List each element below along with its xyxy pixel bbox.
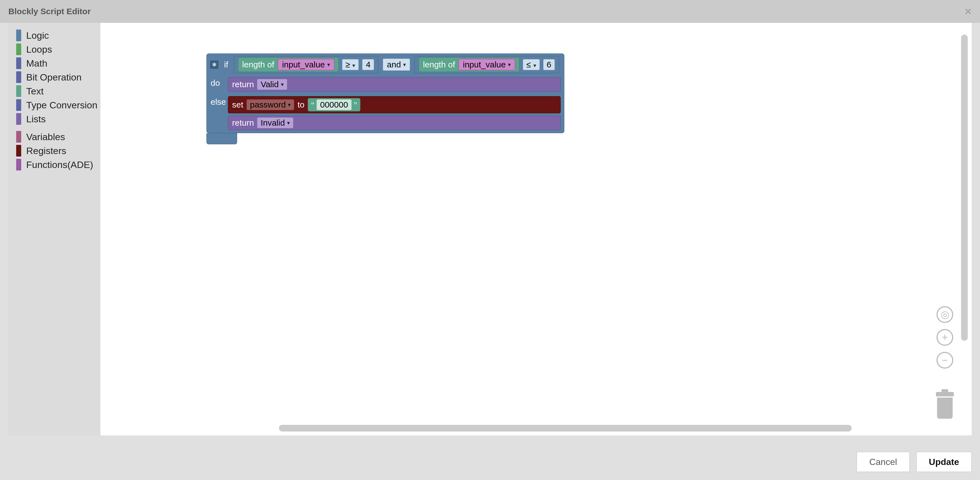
category-label: Lists	[26, 114, 46, 125]
toolbox-category[interactable]: Math	[8, 56, 100, 70]
category-color-icon	[16, 71, 21, 83]
toolbox-category[interactable]: Type Conversion	[8, 98, 100, 112]
return-keyword: return	[232, 80, 254, 89]
center-icon[interactable]: ◎	[937, 306, 953, 323]
do-branch: do return Valid▾	[207, 76, 564, 94]
cancel-button[interactable]: Cancel	[857, 452, 910, 472]
category-label: Registers	[26, 146, 67, 156]
chevron-down-icon: ▾	[508, 61, 511, 68]
vertical-scrollbar[interactable]	[961, 35, 968, 341]
else-keyword: else	[207, 94, 228, 133]
to-keyword: to	[298, 100, 304, 109]
chevron-down-icon: ▾	[533, 62, 536, 68]
quote-close-icon: ”	[354, 101, 357, 109]
main-area: LogicLoopsMathBit OperationTextType Conv…	[8, 23, 972, 436]
toolbox-category[interactable]: Bit Operation	[8, 70, 100, 84]
text-field[interactable]: 000000	[317, 100, 351, 110]
text-block[interactable]: “ 000000 ”	[308, 98, 360, 111]
quote-open-icon: “	[311, 101, 314, 109]
else-branch: else set password▾ to “ 000000 ”	[207, 94, 564, 133]
return-block[interactable]: return Invalid▾	[228, 116, 561, 130]
set-variable-chip[interactable]: password▾	[247, 100, 294, 110]
category-label: Type Conversion	[26, 100, 97, 111]
close-icon[interactable]: ×	[964, 5, 972, 17]
gear-icon[interactable]	[210, 60, 218, 69]
length-block-right[interactable]: length of input_value▾	[419, 57, 519, 72]
if-block[interactable]: if length of input_value▾ ≥ ▾	[207, 54, 564, 133]
set-keyword: set	[232, 100, 243, 109]
category-color-icon	[16, 30, 21, 41]
compare-op[interactable]: ≤ ▾	[523, 59, 540, 70]
update-button[interactable]: Update	[916, 452, 972, 472]
return-keyword: return	[232, 118, 254, 128]
toolbox-category[interactable]: Variables	[8, 130, 100, 144]
category-color-icon	[16, 145, 21, 157]
toolbox-category[interactable]: Lists	[8, 112, 100, 126]
logic-and[interactable]: and▾	[383, 59, 410, 71]
if-condition: length of input_value▾ ≥ ▾ 4	[234, 56, 559, 73]
number-field[interactable]: 4	[362, 59, 374, 70]
category-color-icon	[16, 43, 21, 55]
footer: Cancel Update	[0, 444, 980, 480]
length-label: length of	[242, 60, 274, 70]
titlebar: Blockly Script Editor ×	[0, 0, 980, 23]
block-stack[interactable]: if length of input_value▾ ≥ ▾	[207, 54, 564, 144]
block-next-connector[interactable]	[207, 133, 237, 144]
toolbox-category[interactable]: Text	[8, 84, 100, 98]
category-label: Loops	[26, 44, 52, 55]
compare-block-right[interactable]: length of input_value▾ ≤ ▾ 6	[415, 56, 559, 73]
chevron-down-icon: ▾	[288, 101, 291, 108]
return-block[interactable]: return Valid▾	[228, 77, 561, 92]
toolbox-category[interactable]: Registers	[8, 144, 100, 158]
zoom-in-icon[interactable]: +	[937, 329, 953, 346]
category-color-icon	[16, 113, 21, 125]
return-value[interactable]: Invalid▾	[257, 117, 293, 128]
length-block-left[interactable]: length of input_value▾	[238, 57, 339, 72]
toolbox-category[interactable]: Loops	[8, 42, 100, 56]
chevron-down-icon: ▾	[352, 62, 355, 68]
do-keyword: do	[207, 76, 228, 94]
category-label: Bit Operation	[26, 72, 81, 83]
zoom-out-icon[interactable]: −	[937, 352, 953, 369]
variable-chip[interactable]: input_value▾	[278, 59, 334, 70]
category-color-icon	[16, 131, 21, 143]
workspace-controls: ◎ + −	[935, 306, 955, 419]
trash-icon[interactable]	[935, 392, 955, 419]
category-color-icon	[16, 57, 21, 69]
window-title: Blockly Script Editor	[8, 7, 91, 16]
category-label: Functions(ADE)	[26, 159, 93, 170]
chevron-down-icon: ▾	[287, 119, 290, 126]
toolbox-category[interactable]: Logic	[8, 29, 100, 42]
horizontal-scrollbar[interactable]	[279, 425, 852, 431]
variable-chip[interactable]: input_value▾	[458, 59, 515, 70]
category-label: Variables	[26, 131, 65, 143]
category-label: Math	[26, 58, 48, 69]
toolbox: LogicLoopsMathBit OperationTextType Conv…	[8, 23, 100, 436]
return-value[interactable]: Valid▾	[257, 79, 287, 90]
set-variable-block[interactable]: set password▾ to “ 000000 ”	[228, 96, 561, 113]
category-color-icon	[16, 85, 21, 97]
category-color-icon	[16, 99, 21, 111]
category-label: Text	[26, 86, 43, 97]
chevron-down-icon: ▾	[281, 81, 284, 88]
chevron-down-icon: ▾	[327, 61, 330, 68]
length-label: length of	[423, 60, 455, 70]
if-keyword: if	[224, 60, 228, 70]
compare-op[interactable]: ≥ ▾	[342, 59, 359, 70]
toolbox-category[interactable]: Functions(ADE)	[8, 158, 100, 172]
chevron-down-icon: ▾	[403, 61, 406, 68]
workspace[interactable]: if length of input_value▾ ≥ ▾	[100, 23, 972, 436]
compare-block-left[interactable]: length of input_value▾ ≥ ▾ 4	[234, 56, 378, 73]
category-label: Logic	[26, 30, 49, 41]
number-field[interactable]: 6	[543, 59, 555, 70]
category-color-icon	[16, 159, 21, 171]
